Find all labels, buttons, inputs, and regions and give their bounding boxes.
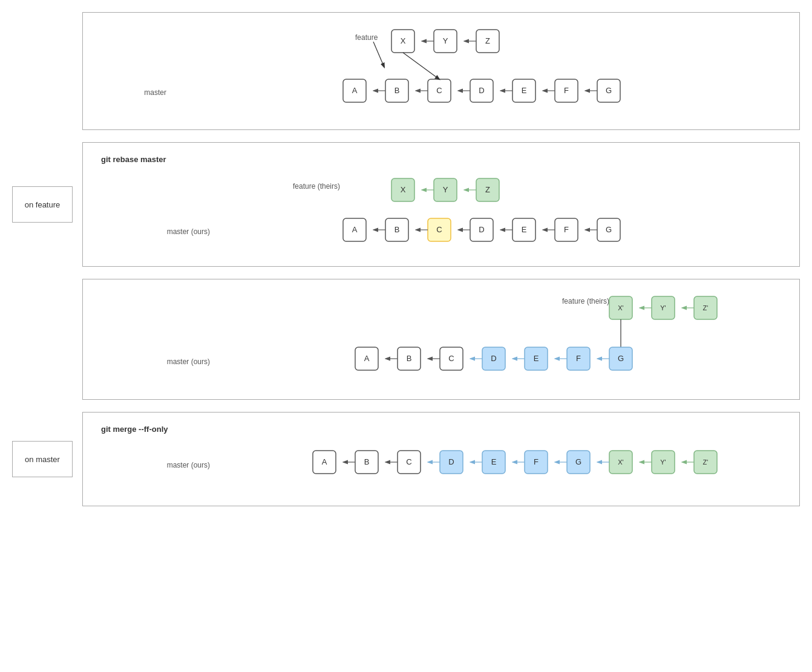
side-label-on-feature: on feature bbox=[12, 186, 73, 223]
node-d-label: D bbox=[479, 86, 484, 95]
node-g-ours3-label: G bbox=[618, 354, 624, 363]
node-b-ours4-label: B bbox=[364, 457, 370, 466]
node-z-theirs-label: Z bbox=[485, 185, 490, 194]
node-e-ours3-label: E bbox=[534, 354, 539, 363]
node-z-feature-label: Z bbox=[485, 36, 490, 45]
master-ours-label-4: master (ours) bbox=[167, 461, 210, 469]
page-container: feature Z bbox=[12, 12, 800, 506]
node-b-ours2-label: B bbox=[395, 225, 400, 234]
diagram-svg-3: feature (theirs) Z' Y' X' master (ours) bbox=[101, 292, 736, 385]
on-master-text: on master bbox=[25, 455, 60, 464]
node-xprime-4-label: X' bbox=[618, 458, 623, 466]
node-f-ours4-label: F bbox=[534, 457, 539, 466]
node-yprime-3-label: Y' bbox=[660, 304, 666, 312]
node-zprime-3-label: Z' bbox=[703, 304, 709, 312]
node-x-feature-label: X bbox=[401, 36, 406, 45]
node-f-ours3-label: F bbox=[576, 354, 581, 363]
node-g-ours2-label: G bbox=[606, 225, 612, 234]
node-a-ours2-label: A bbox=[352, 225, 358, 234]
node-b-label: B bbox=[395, 86, 400, 95]
node-yprime-4-label: Y' bbox=[660, 458, 666, 466]
master-label-1: master bbox=[144, 88, 166, 97]
node-a-ours4-label: A bbox=[322, 457, 327, 466]
diagram-title-4: git merge --ff-only bbox=[101, 425, 781, 434]
diagram-box-3: feature (theirs) Z' Y' X' master (ours) bbox=[82, 279, 800, 400]
diagram-row-4: on master git merge --ff-only master bbox=[12, 412, 800, 506]
diagram-svg-4: master (ours) Z' Y' X' G F bbox=[101, 443, 736, 492]
node-c-ours4-label: C bbox=[406, 457, 411, 466]
node-e-ours4-label: E bbox=[491, 457, 497, 466]
node-g-ours4-label: G bbox=[575, 457, 581, 466]
feature-label-1: feature bbox=[355, 33, 378, 42]
node-f-label: F bbox=[564, 86, 569, 95]
node-d-ours4-label: D bbox=[448, 457, 454, 466]
node-x-theirs-label: X bbox=[401, 185, 406, 194]
node-g-label: G bbox=[606, 86, 612, 95]
node-c-ours2-label: C bbox=[436, 225, 442, 234]
diagram-box-1: feature Z bbox=[82, 12, 800, 130]
diagram-svg-1: feature Z bbox=[101, 25, 658, 116]
node-a-label: A bbox=[352, 86, 358, 95]
node-d-ours2-label: D bbox=[479, 225, 484, 234]
diagram-row-1: feature Z bbox=[12, 12, 800, 130]
node-d-ours3-label: D bbox=[491, 354, 496, 363]
feature-arrow bbox=[373, 42, 384, 67]
node-zprime-4-label: Z' bbox=[703, 458, 709, 466]
node-xprime-3-label: X' bbox=[618, 304, 623, 312]
diagram-box-4: git merge --ff-only master (ours) bbox=[82, 412, 800, 506]
node-e-label: E bbox=[522, 86, 527, 95]
node-c-ours3-label: C bbox=[448, 354, 454, 363]
on-feature-text: on feature bbox=[25, 200, 61, 209]
master-ours-label-3: master (ours) bbox=[167, 357, 210, 366]
feature-theirs-label-3: feature (theirs) bbox=[562, 297, 609, 305]
diagram-row-2: on feature git rebase master feature (th… bbox=[12, 142, 800, 267]
node-b-ours3-label: B bbox=[407, 354, 412, 363]
node-a-ours3-label: A bbox=[364, 354, 370, 363]
diagram-title-2: git rebase master bbox=[101, 155, 781, 164]
node-f-ours2-label: F bbox=[564, 225, 569, 234]
node-y-theirs-label: Y bbox=[443, 185, 448, 194]
diagram-svg-2: feature (theirs) Z Y X master (ours) G bbox=[101, 174, 658, 252]
master-ours-label-2: master (ours) bbox=[167, 227, 210, 236]
diagram-row-3: feature (theirs) Z' Y' X' master (ours) bbox=[12, 279, 800, 400]
branch-line-1 bbox=[403, 53, 439, 79]
node-e-ours2-label: E bbox=[522, 225, 527, 234]
side-label-on-master: on master bbox=[12, 441, 73, 477]
node-y-feature-label: Y bbox=[443, 36, 448, 45]
node-c-label: C bbox=[436, 86, 442, 95]
diagram-box-2: git rebase master feature (theirs) Z bbox=[82, 142, 800, 267]
feature-theirs-label: feature (theirs) bbox=[293, 182, 340, 191]
